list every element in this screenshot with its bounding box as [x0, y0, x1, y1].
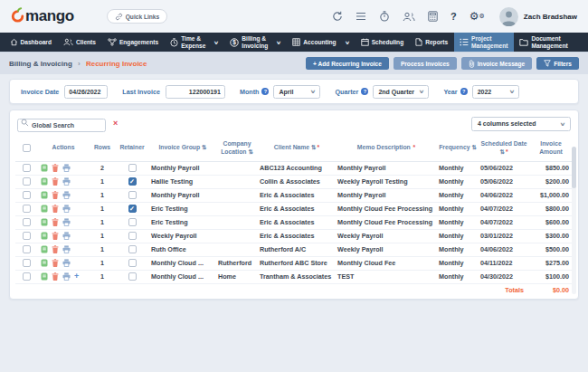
nav-item-time-expense[interactable]: Time &Expense ∨	[165, 33, 224, 52]
print-icon[interactable]	[62, 245, 71, 253]
add-line-icon[interactable]: +	[74, 272, 79, 281]
table-row[interactable]: +1Monthly Cloud ...HomeTrantham & Associ…	[15, 270, 573, 283]
row-select-checkbox[interactable]	[23, 259, 31, 267]
row-select-checkbox[interactable]	[23, 232, 31, 240]
table-row[interactable]: 1✓Hallie TestingCollin & AssociatesWeekl…	[15, 175, 573, 188]
col-frequency[interactable]: Frequency ⇅	[437, 137, 479, 161]
table-row[interactable]: 1✓Eric TestingEric & AssociatesMonthly C…	[15, 202, 573, 215]
print-icon[interactable]	[62, 259, 71, 267]
quarter-select[interactable]: 2nd Quarter∨	[373, 85, 429, 99]
print-icon[interactable]	[62, 177, 71, 186]
clear-search-icon[interactable]: ×	[113, 119, 118, 128]
delete-icon[interactable]	[52, 245, 59, 253]
retainer-checkbox[interactable]	[128, 272, 137, 281]
search-input[interactable]	[17, 119, 106, 132]
retainer-checkbox[interactable]	[128, 232, 137, 240]
quick-links-button[interactable]: Quick Links	[107, 9, 167, 24]
retainer-checkbox[interactable]	[128, 245, 137, 253]
retainer-checkbox[interactable]	[128, 191, 137, 199]
scrollbar-thumb[interactable]	[572, 147, 576, 188]
menu-icon[interactable]	[356, 12, 366, 21]
invoice-icon[interactable]	[41, 164, 48, 172]
settings-icon[interactable]: ⚙⚙	[469, 11, 485, 22]
columns-select[interactable]: 4 columns selected∨	[471, 117, 571, 131]
delete-icon[interactable]	[52, 177, 59, 186]
help-icon[interactable]: ?	[450, 11, 457, 22]
print-icon[interactable]	[62, 272, 71, 281]
print-icon[interactable]	[62, 164, 71, 172]
nav-item-accounting[interactable]: Accounting ∨	[287, 33, 355, 52]
invoice-message-button[interactable]: Invoice Message	[461, 57, 532, 70]
table-row[interactable]: 2Monthly PayrollABC123 AccountingMonthly…	[15, 161, 573, 175]
year-help-icon[interactable]: ?	[460, 88, 468, 95]
nav-item-clients[interactable]: Clients	[57, 33, 101, 52]
row-select-checkbox[interactable]	[23, 218, 31, 226]
retainer-checkbox[interactable]	[128, 259, 137, 267]
row-select-checkbox[interactable]	[23, 191, 31, 199]
delete-icon[interactable]	[52, 191, 59, 199]
invoice-icon[interactable]	[41, 245, 48, 253]
month-select[interactable]: April∨	[273, 85, 320, 99]
delete-icon[interactable]	[52, 259, 59, 267]
filters-button[interactable]: Filters	[536, 57, 579, 70]
scheduled-date-cell: 04/07/2022	[479, 202, 529, 215]
row-select-checkbox[interactable]	[23, 164, 31, 172]
print-icon[interactable]	[62, 218, 71, 226]
invoice-date-input[interactable]	[64, 85, 108, 99]
row-select-checkbox[interactable]	[23, 245, 31, 253]
users-icon[interactable]	[403, 12, 415, 22]
app-logo[interactable]: mango	[11, 7, 74, 26]
quarter-help-icon[interactable]: ?	[361, 88, 368, 95]
delete-icon[interactable]	[52, 232, 59, 240]
user-menu[interactable]: Zach Bradshaw	[499, 7, 577, 26]
invoice-icon[interactable]	[41, 232, 48, 240]
invoice-icon[interactable]	[41, 218, 48, 226]
retainer-checkbox[interactable]	[128, 164, 137, 172]
sync-icon[interactable]	[332, 11, 343, 22]
row-select-checkbox[interactable]	[23, 205, 31, 213]
add-recurring-invoice-button[interactable]: + Add Recurring Invoice	[306, 57, 389, 70]
print-icon[interactable]	[62, 232, 71, 240]
retainer-checkbox[interactable]: ✓	[128, 205, 137, 213]
nav-item-dashboard[interactable]: Dashboard	[4, 33, 57, 52]
process-invoices-button[interactable]: Process Invoices	[394, 57, 457, 70]
invoice-icon[interactable]	[41, 205, 48, 213]
breadcrumb-parent[interactable]: Billing & Invoicing	[9, 60, 72, 68]
timer-icon[interactable]	[379, 11, 390, 22]
retainer-checkbox[interactable]	[128, 218, 137, 226]
calculator-icon[interactable]	[428, 11, 438, 22]
month-help-icon[interactable]: ?	[261, 88, 269, 95]
nav-item-engagements[interactable]: Engagements	[101, 33, 164, 52]
nav-item-billing-invoicing[interactable]: $ Billing &Invoicing ∨	[224, 33, 287, 52]
invoice-icon[interactable]	[41, 259, 48, 267]
col-scheduled-date[interactable]: Scheduled Date ⇅*	[479, 137, 529, 161]
delete-icon[interactable]	[52, 272, 59, 281]
table-row[interactable]: 1Weekly PayrollEric & AssociatesWeekly P…	[15, 229, 573, 243]
table-row[interactable]: 1Ruth OfficeRutherford A/CWeekly Payroll…	[15, 243, 573, 256]
print-icon[interactable]	[62, 205, 71, 213]
delete-icon[interactable]	[52, 205, 59, 213]
retainer-checkbox[interactable]: ✓	[128, 177, 137, 186]
delete-icon[interactable]	[52, 164, 59, 172]
last-invoice-input[interactable]	[166, 85, 225, 99]
invoice-icon[interactable]	[41, 177, 48, 186]
table-row[interactable]: 1Eric TestingEric & AssociatesMonthly Cl…	[15, 215, 573, 229]
select-all-checkbox[interactable]	[23, 144, 31, 152]
row-select-checkbox[interactable]	[23, 177, 31, 186]
table-scrollbar[interactable]	[572, 147, 576, 294]
table-row[interactable]: 1Monthly Cloud ...RutherfordRutherford A…	[15, 256, 573, 270]
col-company-location[interactable]: Company Location ⇅	[216, 137, 258, 161]
nav-item-project-management[interactable]: ProjectManagement	[454, 33, 514, 52]
row-select-checkbox[interactable]	[23, 272, 31, 281]
col-client-name[interactable]: Client Name ⇅*	[258, 137, 336, 161]
col-invoice-group[interactable]: Invoice Group ⇅	[149, 137, 216, 161]
year-select[interactable]: 2022∨	[472, 85, 519, 99]
nav-item-reports[interactable]: Reports	[410, 33, 454, 52]
print-icon[interactable]	[62, 191, 71, 199]
invoice-icon[interactable]	[41, 272, 48, 281]
delete-icon[interactable]	[52, 218, 59, 226]
invoice-icon[interactable]	[41, 191, 48, 199]
nav-item-document-management[interactable]: DocumentManagement	[514, 33, 574, 52]
nav-item-scheduling[interactable]: Scheduling	[355, 33, 410, 52]
table-row[interactable]: 1Monthly PayrollEric & AssociatesMonthly…	[15, 188, 573, 202]
